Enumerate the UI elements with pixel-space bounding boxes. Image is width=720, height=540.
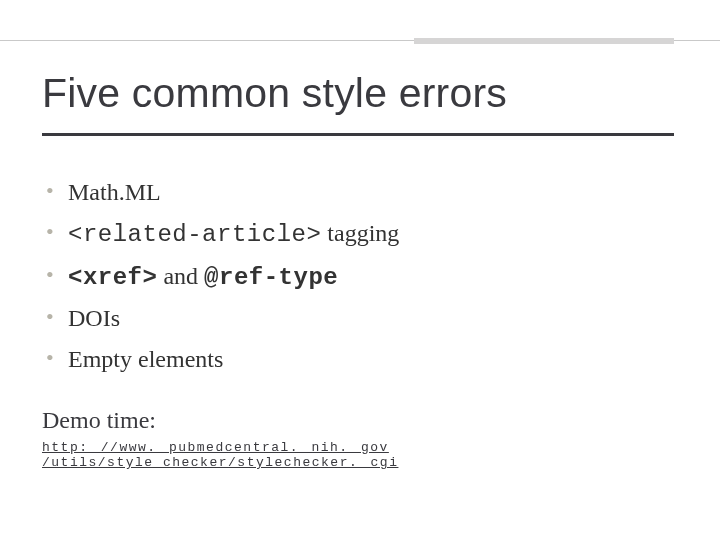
slide: Five common style errors Math.ML <relate… [0,0,720,540]
code-ref-type: @ref-type [204,264,338,291]
bullet-text: DOIs [68,305,120,331]
code-related-article: <related-article> [68,221,321,248]
bullet-list: Math.ML <related-article> tagging <xref>… [42,175,674,377]
bullet-item-dois: DOIs [42,301,674,336]
bullet-text: Math.ML [68,179,161,205]
top-rule-thick [414,38,674,44]
bullet-item-related-article: <related-article> tagging [42,216,674,253]
bullet-text: and [157,263,204,289]
slide-title: Five common style errors [42,70,674,117]
bullet-item-xref: <xref> and @ref-type [42,259,674,296]
code-xref: <xref> [68,264,157,291]
slide-body: Math.ML <related-article> tagging <xref>… [42,175,674,472]
demo-label: Demo time: [42,407,674,434]
bullet-item-mathml: Math.ML [42,175,674,210]
demo-url-link[interactable]: http: //www. pubmedcentral. nih. gov /ut… [42,440,674,470]
title-container: Five common style errors [42,70,674,136]
bullet-text: Empty elements [68,346,223,372]
top-rule [0,38,720,44]
bullet-item-empty-elements: Empty elements [42,342,674,377]
bullet-text: tagging [321,220,399,246]
demo-section: Demo time: http: //www. pubmedcentral. n… [42,407,674,472]
